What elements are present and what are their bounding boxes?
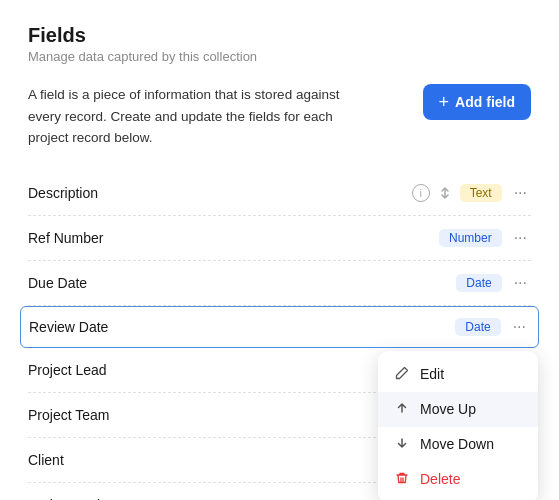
type-badge-description: Text — [460, 184, 502, 202]
field-name-review-date: Review Date — [29, 319, 455, 335]
page-title: Fields — [28, 24, 531, 47]
context-menu-item-delete[interactable]: Delete — [378, 462, 538, 497]
description-text: A field is a piece of information that i… — [28, 84, 368, 149]
move-down-icon — [394, 436, 410, 453]
field-row-review-date: Review DateDate···EditMove UpMove DownDe… — [20, 306, 539, 348]
field-actions-review-date: Date··· — [455, 317, 530, 337]
page-subtitle: Manage data captured by this collection — [28, 49, 531, 64]
edit-label: Edit — [420, 366, 444, 382]
more-button-review-date[interactable]: ··· — [509, 317, 530, 337]
field-actions-ref-number: Number··· — [439, 228, 531, 248]
type-badge-review-date: Date — [455, 318, 500, 336]
edit-icon — [394, 366, 410, 383]
move-up-label: Move Up — [420, 401, 476, 417]
type-badge-ref-number: Number — [439, 229, 502, 247]
sort-icon[interactable] — [438, 186, 452, 200]
field-name-description: Description — [28, 185, 412, 201]
context-menu-item-move-up[interactable]: Move Up — [378, 392, 538, 427]
add-field-label: Add field — [455, 94, 515, 110]
type-badge-due-date: Date — [456, 274, 501, 292]
field-actions-description: iText··· — [412, 183, 531, 203]
field-row-description: DescriptioniText··· — [28, 171, 531, 216]
field-actions-due-date: Date··· — [456, 273, 531, 293]
field-name-ref-number: Ref Number — [28, 230, 439, 246]
context-menu: EditMove UpMove DownDelete — [378, 351, 538, 500]
more-button-ref-number[interactable]: ··· — [510, 228, 531, 248]
more-button-due-date[interactable]: ··· — [510, 273, 531, 293]
delete-icon — [394, 471, 410, 488]
description-row: A field is a piece of information that i… — [28, 84, 531, 149]
delete-label: Delete — [420, 471, 460, 487]
plus-icon: + — [439, 93, 450, 111]
fields-table: DescriptioniText···Ref NumberNumber···Du… — [28, 171, 531, 500]
context-menu-item-move-down[interactable]: Move Down — [378, 427, 538, 462]
move-up-icon — [394, 401, 410, 418]
field-row-ref-number: Ref NumberNumber··· — [28, 216, 531, 261]
context-menu-item-edit[interactable]: Edit — [378, 357, 538, 392]
add-field-button[interactable]: + Add field — [423, 84, 531, 120]
field-row-due-date: Due DateDate··· — [28, 261, 531, 306]
info-icon[interactable]: i — [412, 184, 430, 202]
field-name-due-date: Due Date — [28, 275, 456, 291]
move-down-label: Move Down — [420, 436, 494, 452]
more-button-description[interactable]: ··· — [510, 183, 531, 203]
